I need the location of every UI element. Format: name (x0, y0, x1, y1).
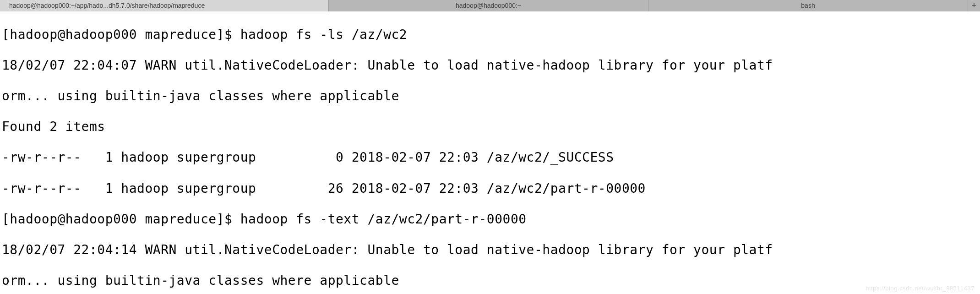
tab-inactive-2[interactable]: bash (648, 0, 968, 11)
terminal-output[interactable]: [hadoop@hadoop000 mapreduce]$ hadoop fs … (0, 11, 980, 294)
plus-icon: + (972, 1, 977, 11)
terminal-line: Found 2 items (0, 119, 980, 135)
tab-bar: hadoop@hadoop000:~/app/hado...dh5.7.0/sh… (0, 0, 980, 11)
add-tab-button[interactable]: + (968, 0, 980, 11)
terminal-line: [hadoop@hadoop000 mapreduce]$ hadoop fs … (0, 27, 980, 43)
terminal-line: 18/02/07 22:04:07 WARN util.NativeCodeLo… (0, 58, 980, 73)
tab-inactive-1[interactable]: hadoop@hadoop000:~ (329, 0, 648, 11)
tab-label: hadoop@hadoop000:~ (456, 2, 521, 10)
terminal-line: 18/02/07 22:04:14 WARN util.NativeCodeLo… (0, 242, 980, 258)
watermark-text: https://blog.csdn.net/wushr_98511437 (866, 285, 975, 292)
terminal-line: -rw-r--r-- 1 hadoop supergroup 26 2018-0… (0, 181, 980, 196)
tab-label: hadoop@hadoop000:~/app/hado...dh5.7.0/sh… (9, 2, 205, 10)
terminal-line: [hadoop@hadoop000 mapreduce]$ hadoop fs … (0, 212, 980, 227)
tab-active[interactable]: hadoop@hadoop000:~/app/hado...dh5.7.0/sh… (0, 0, 329, 11)
tab-label: bash (801, 2, 815, 10)
terminal-line: orm... using builtin-java classes where … (0, 88, 980, 104)
terminal-line: -rw-r--r-- 1 hadoop supergroup 0 2018-02… (0, 150, 980, 165)
terminal-line: orm... using builtin-java classes where … (0, 273, 980, 289)
